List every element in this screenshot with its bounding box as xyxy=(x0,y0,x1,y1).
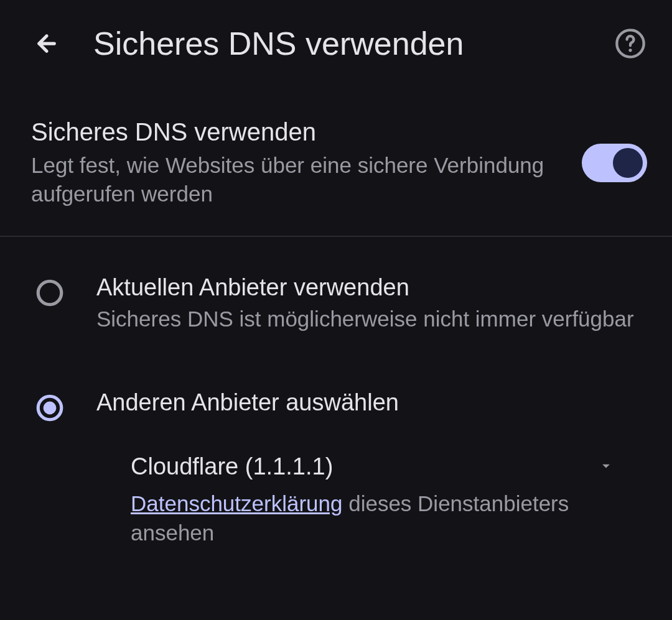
help-icon xyxy=(614,27,646,60)
radio-choose-other-provider[interactable]: Anderen Anbieter auswählen xyxy=(34,377,647,436)
radio-description: Sicheres DNS ist möglicherweise nicht im… xyxy=(96,305,647,333)
radio-unchecked-icon xyxy=(34,277,65,308)
toggle-thumb xyxy=(613,148,643,178)
chevron-down-icon xyxy=(597,457,615,474)
svg-point-2 xyxy=(38,281,62,305)
header: Sicheres DNS verwenden xyxy=(0,0,672,87)
toggle-description: Legt fest, wie Websites über eine sicher… xyxy=(31,151,563,208)
help-button[interactable] xyxy=(613,27,647,61)
section-text: Sicheres DNS verwenden Legt fest, wie We… xyxy=(31,118,563,208)
arrow-left-icon xyxy=(34,30,60,57)
radio-content: Aktuellen Anbieter verwenden Sicheres DN… xyxy=(96,274,647,333)
secure-dns-toggle[interactable] xyxy=(582,144,647,182)
privacy-link[interactable]: Datenschutzerklärung xyxy=(131,491,342,516)
radio-button-unselected xyxy=(34,277,65,308)
dropdown-selected-label: Cloudflare (1.1.1.1) xyxy=(131,453,333,480)
radio-content: Anderen Anbieter auswählen xyxy=(96,389,647,420)
provider-dropdown-area: Cloudflare (1.1.1.1) Datenschutzerklärun… xyxy=(131,453,647,548)
radio-use-current-provider[interactable]: Aktuellen Anbieter verwenden Sicheres DN… xyxy=(34,262,647,346)
radio-button-selected xyxy=(34,392,65,423)
svg-point-4 xyxy=(44,401,57,414)
radio-checked-icon xyxy=(34,392,65,423)
provider-dropdown[interactable]: Cloudflare (1.1.1.1) xyxy=(131,453,616,480)
toggle-title: Sicheres DNS verwenden xyxy=(31,118,563,146)
dropdown-arrow xyxy=(597,457,616,476)
back-button[interactable] xyxy=(31,28,62,59)
privacy-text: Datenschutzerklärung dieses Dienstanbiet… xyxy=(131,489,616,548)
radio-title: Aktuellen Anbieter verwenden xyxy=(96,274,647,301)
page-title: Sicheres DNS verwenden xyxy=(93,25,582,62)
svg-point-1 xyxy=(628,49,632,52)
radio-title: Anderen Anbieter auswählen xyxy=(96,389,647,416)
provider-radio-group: Aktuellen Anbieter verwenden Sicheres DN… xyxy=(0,237,672,566)
secure-dns-toggle-section: Sicheres DNS verwenden Legt fest, wie We… xyxy=(0,87,672,236)
